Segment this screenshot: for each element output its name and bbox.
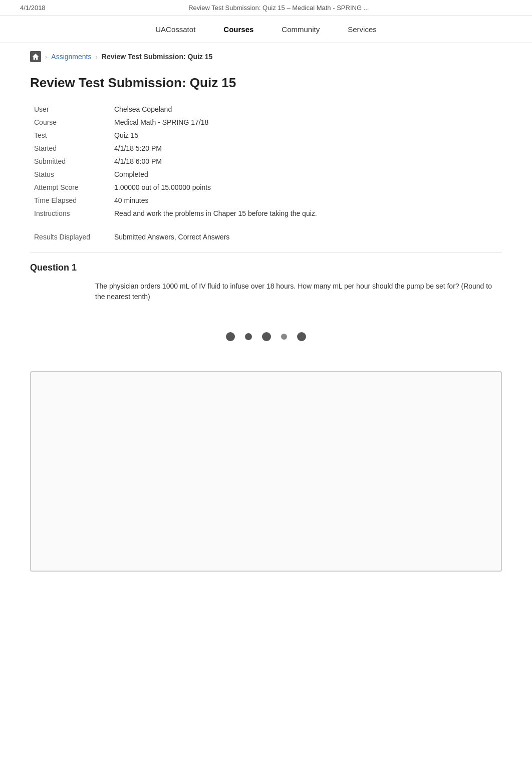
info-row: StatusCompleted <box>30 168 502 181</box>
answer-dot-1 <box>226 332 235 341</box>
info-row-label: Test <box>30 129 110 142</box>
nav-bar: UACossatot Courses Community Services <box>0 16 532 43</box>
answer-dot-4 <box>281 334 287 340</box>
answer-icons-area <box>30 312 502 361</box>
info-row-value: Chelsea Copeland <box>110 103 502 116</box>
info-row: UserChelsea Copeland <box>30 103 502 116</box>
breadcrumb-separator-1: › <box>45 53 47 61</box>
main-content: Review Test Submission: Quiz 15 UserChel… <box>0 70 532 602</box>
info-row-value: 40 minutes <box>110 194 502 207</box>
info-row: Time Elapsed40 minutes <box>30 194 502 207</box>
info-row: CourseMedical Math - SPRING 17/18 <box>30 116 502 129</box>
info-row-label: Submitted <box>30 155 110 168</box>
nav-item-uacossatot[interactable]: UACossatot <box>141 16 209 43</box>
page-date: 4/1/2018 <box>20 4 46 12</box>
top-bar: 4/1/2018 Review Test Submission: Quiz 15… <box>0 0 532 16</box>
nav-item-courses[interactable]: Courses <box>209 16 268 43</box>
info-row-value: Read and work the problems in Chaper 15 … <box>110 207 502 220</box>
info-row-value: 1.00000 out of 15.00000 points <box>110 181 502 194</box>
info-row: TestQuiz 15 <box>30 129 502 142</box>
info-row-value: 4/1/18 5:20 PM <box>110 142 502 155</box>
info-row: Started4/1/18 5:20 PM <box>30 142 502 155</box>
info-row-value: Completed <box>110 168 502 181</box>
question-1-text: The physician orders 1000 mL of IV fluid… <box>95 281 502 302</box>
info-row-label: Status <box>30 168 110 181</box>
divider <box>30 252 502 252</box>
info-row-value: Quiz 15 <box>110 129 502 142</box>
nav-item-community[interactable]: Community <box>268 16 334 43</box>
info-row: InstructionsRead and work the problems i… <box>30 207 502 220</box>
results-label: Results Displayed <box>34 233 109 241</box>
info-row-label: Course <box>30 116 110 129</box>
breadcrumb: › Assignments › Review Test Submission: … <box>0 43 532 70</box>
results-value: Submitted Answers, Correct Answers <box>114 233 229 241</box>
info-row-label: Started <box>30 142 110 155</box>
answer-dot-3 <box>262 332 271 341</box>
breadcrumb-assignments-link[interactable]: Assignments <box>51 53 91 61</box>
info-row-value: 4/1/18 6:00 PM <box>110 155 502 168</box>
info-row-label: Time Elapsed <box>30 194 110 207</box>
answer-content-box <box>30 371 502 572</box>
page-title: Review Test Submission: Quiz 15 <box>30 75 502 91</box>
nav-item-services[interactable]: Services <box>334 16 391 43</box>
info-row-value: Medical Math - SPRING 17/18 <box>110 116 502 129</box>
info-row: Attempt Score1.00000 out of 15.00000 poi… <box>30 181 502 194</box>
info-row-label: Attempt Score <box>30 181 110 194</box>
info-row-label: Instructions <box>30 207 110 220</box>
home-icon[interactable] <box>30 51 41 62</box>
breadcrumb-current: Review Test Submission: Quiz 15 <box>102 53 212 61</box>
info-row-label: User <box>30 103 110 116</box>
info-row: Submitted4/1/18 6:00 PM <box>30 155 502 168</box>
breadcrumb-separator-2: › <box>96 53 98 61</box>
question-1-header: Question 1 <box>30 263 502 273</box>
info-table: UserChelsea CopelandCourseMedical Math -… <box>30 103 502 220</box>
answer-dot-5 <box>297 332 306 341</box>
page-header-title: Review Test Submission: Quiz 15 – Medica… <box>188 4 369 12</box>
results-displayed-row: Results Displayed Submitted Answers, Cor… <box>30 230 502 244</box>
answer-dot-2 <box>245 333 252 340</box>
